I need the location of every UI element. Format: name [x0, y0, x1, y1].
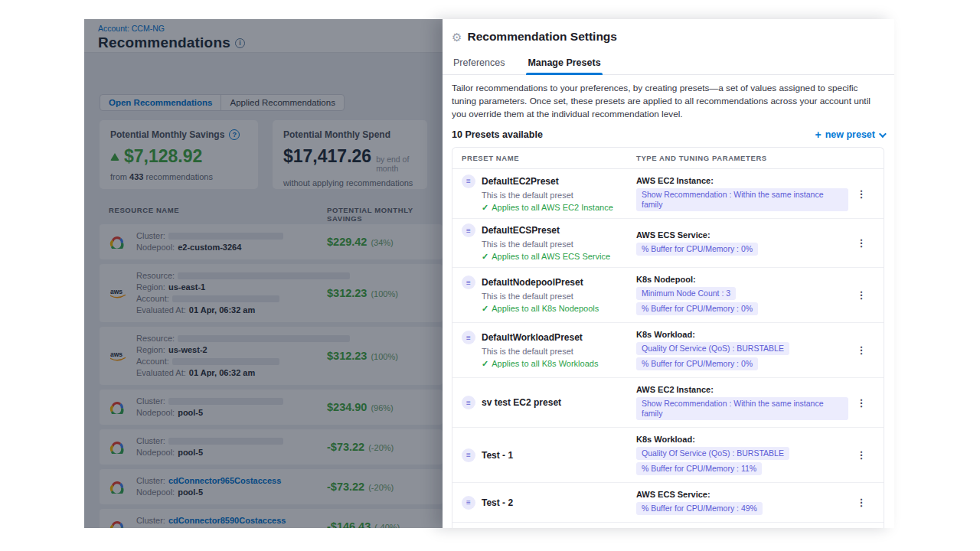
preset-row: ≡DefaultNodepoolPreset This is the defau…	[452, 268, 884, 323]
preset-name: Test - 1	[482, 450, 513, 461]
preset-type: AWS EC2 Instance:	[636, 175, 848, 186]
recommendation-settings-drawer: ⚙ Recommendation Settings Preferences Ma…	[443, 19, 894, 528]
presets-description: Tailor recommendations to your preferenc…	[452, 82, 884, 121]
col-type-tuning: TYPE AND TUNING PARAMETERS	[636, 154, 874, 162]
recommendations-page: Account: CCM-NG Recommendations i Open R…	[84, 19, 443, 528]
tuning-chip: Quality Of Service (QoS) : BURSTABLE	[636, 447, 789, 460]
tab-preferences[interactable]: Preferences	[452, 53, 506, 74]
kebab-menu-icon[interactable]: ⋮	[852, 287, 871, 303]
preset-name: DefaultEC2Preset	[482, 176, 559, 187]
preset-name: DefaultNodepoolPreset	[482, 277, 583, 288]
settings-tab-bar: Preferences Manage Presets	[443, 53, 894, 75]
tuning-chip: Minimum Node Count : 3	[636, 287, 736, 300]
tuning-chip: % Buffer for CPU/Memory : 0%	[636, 357, 758, 370]
tuning-chip: % Buffer for CPU/Memory : 0%	[636, 302, 758, 315]
kebab-menu-icon[interactable]: ⋮	[852, 494, 871, 510]
preset-note: This is the default preset	[482, 190, 636, 201]
preset-name: sv test EC2 preset	[482, 397, 561, 408]
preset-row: ≡Test - 3 AWS ECS Service: % Buffer for …	[452, 523, 884, 528]
chevron-down-icon	[879, 130, 887, 138]
presets-table-header: PRESET NAME TYPE AND TUNING PARAMETERS	[452, 148, 884, 169]
kebab-menu-icon[interactable]: ⋮	[852, 395, 871, 411]
tuning-chip: Show Recommendation : Within the same in…	[636, 188, 848, 211]
preset-row: ≡sv test EC2 preset AWS EC2 Instance: Sh…	[452, 378, 884, 428]
preset-icon: ≡	[462, 496, 475, 510]
kebab-menu-icon[interactable]: ⋮	[852, 342, 871, 358]
preset-row: ≡Test - 2 AWS ECS Service: % Buffer for …	[452, 483, 884, 523]
drawer-title: Recommendation Settings	[467, 30, 617, 44]
preset-name: DefaultWorkloadPreset	[482, 332, 583, 343]
preset-row: ≡DefaultWorkloadPreset This is the defau…	[452, 323, 884, 378]
check-icon: ✓	[482, 358, 488, 370]
check-icon: ✓	[482, 251, 488, 262]
plus-icon: +	[815, 129, 822, 141]
preset-row: ≡DefaultEC2Preset This is the default pr…	[452, 169, 884, 219]
tuning-chip: % Buffer for CPU/Memory : 11%	[636, 462, 762, 475]
preset-name: Test - 2	[482, 497, 513, 508]
col-preset-name: PRESET NAME	[462, 154, 636, 162]
gear-icon: ⚙	[452, 31, 462, 43]
preset-row: ≡Test - 1 K8s Workload: Quality Of Servi…	[452, 428, 884, 483]
preset-applies: ✓Applies to all AWS ECS Service	[482, 251, 636, 262]
preset-type: K8s Nodepool:	[636, 274, 848, 285]
preset-icon: ≡	[462, 396, 475, 409]
app-window: Account: CCM-NG Recommendations i Open R…	[84, 19, 894, 528]
preset-name: DefaultECSPreset	[482, 225, 560, 236]
kebab-menu-icon[interactable]: ⋮	[852, 186, 871, 202]
preset-icon: ≡	[462, 276, 475, 289]
check-icon: ✓	[482, 202, 488, 214]
preset-row: ≡DefaultECSPreset This is the default pr…	[452, 219, 884, 268]
preset-type: K8s Workload:	[636, 434, 848, 445]
check-icon: ✓	[482, 303, 488, 315]
tuning-chip: Quality Of Service (QoS) : BURSTABLE	[636, 342, 789, 355]
preset-applies: ✓Applies to all K8s Nodepools	[482, 303, 636, 315]
preset-applies: ✓Applies to all AWS EC2 Instance	[482, 202, 636, 214]
tuning-chip: % Buffer for CPU/Memory : 0%	[636, 243, 758, 256]
modal-overlay[interactable]	[84, 19, 443, 528]
preset-icon: ≡	[462, 223, 475, 237]
presets-table: PRESET NAME TYPE AND TUNING PARAMETERS ≡…	[452, 147, 884, 528]
preset-icon: ≡	[462, 448, 475, 462]
preset-type: AWS ECS Service:	[636, 230, 848, 240]
preset-note: This is the default preset	[482, 239, 636, 249]
preset-note: This is the default preset	[482, 291, 636, 302]
tuning-chip: Show Recommendation : Within the same in…	[636, 397, 848, 420]
kebab-menu-icon[interactable]: ⋮	[852, 447, 871, 463]
preset-icon: ≡	[462, 331, 475, 344]
preset-type: K8s Workload:	[636, 329, 848, 340]
preset-applies: ✓Applies to all K8s Workloads	[482, 358, 636, 370]
new-preset-button[interactable]: + new preset	[815, 129, 885, 141]
preset-note: This is the default preset	[482, 346, 636, 357]
preset-type: AWS ECS Service:	[636, 489, 848, 500]
preset-type: AWS EC2 Instance:	[636, 384, 848, 395]
kebab-menu-icon[interactable]: ⋮	[852, 235, 871, 251]
tuning-chip: % Buffer for CPU/Memory : 49%	[636, 502, 763, 515]
tab-manage-presets[interactable]: Manage Presets	[526, 53, 602, 74]
presets-count: 10 Presets available	[452, 129, 543, 140]
preset-icon: ≡	[462, 174, 475, 188]
